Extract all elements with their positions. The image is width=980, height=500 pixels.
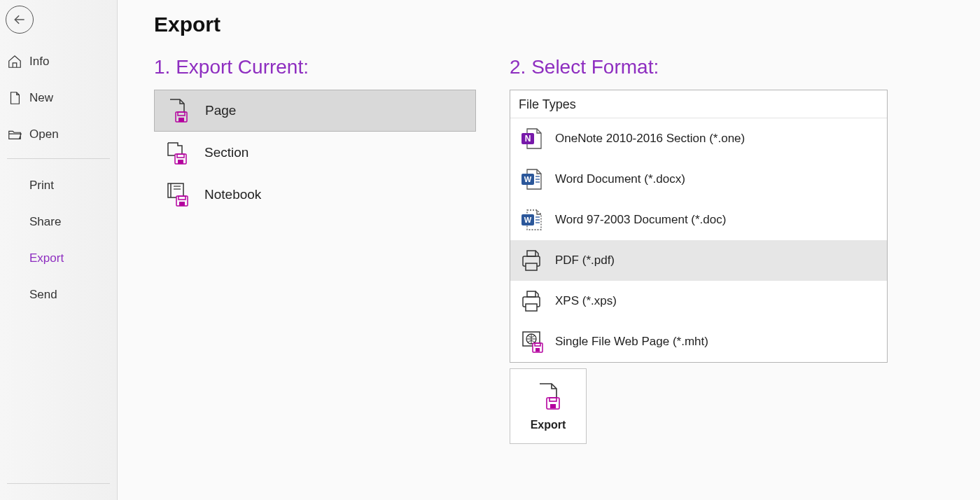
format-option-label: XPS (*.xps) [555,294,617,308]
word-icon: W [517,165,545,193]
sidebar-item-new[interactable]: New [0,80,117,116]
sidebar-item-print[interactable]: Print [0,167,117,204]
printer-icon [517,287,545,315]
svg-text:W: W [524,216,532,224]
svg-rect-2 [178,112,185,116]
export-scope-label: Notebook [204,187,261,202]
svg-rect-29 [526,304,537,311]
export-scope-list: Page Section [154,90,476,216]
sidebar-item-label: Export [29,251,64,265]
back-button[interactable] [6,6,34,34]
export-scope-page[interactable]: Page [154,90,476,132]
page-save-icon [163,97,191,125]
sidebar-item-open[interactable]: Open [0,116,117,153]
export-scope-label: Section [204,145,248,160]
printer-icon [517,246,545,275]
sidebar-divider [7,158,110,159]
format-option-label: PDF (*.pdf) [555,254,615,268]
sidebar-item-label: Print [29,179,54,193]
export-scope-section[interactable]: Section [154,132,476,174]
export-button-label: Export [531,419,566,431]
export-current-heading: 1. Export Current: [154,56,476,78]
svg-rect-34 [536,348,540,352]
format-option-label: Word 97-2003 Document (*.doc) [555,213,726,227]
format-panel: File Types N OneNote 2010-2016 Section (… [510,90,888,363]
export-page: Export 1. Export Current: [118,0,980,500]
sidebar-item-send[interactable]: Send [0,277,117,313]
word-old-icon: W [517,206,545,234]
svg-rect-3 [178,118,184,122]
svg-rect-5 [177,154,184,158]
notebook-save-icon [162,181,190,209]
web-save-icon [517,328,545,356]
sidebar-item-label: New [29,91,53,105]
svg-text:W: W [524,175,532,183]
svg-rect-37 [550,404,556,408]
sidebar-item-label: Info [29,55,49,69]
folder-open-icon [7,127,22,142]
format-option-doc[interactable]: W Word 97-2003 Document (*.doc) [510,200,887,240]
page-icon [7,90,22,106]
backstage-sidebar: Info New Open Print Share [0,0,118,500]
section-save-icon [162,139,190,167]
arrow-left-icon [13,13,27,27]
export-scope-notebook[interactable]: Notebook [154,174,476,216]
select-format-heading: 2. Select Format: [510,56,888,78]
file-types-header: File Types [510,90,887,118]
sidebar-item-info[interactable]: Info [0,43,117,80]
format-option-label: Word Document (*.docx) [555,172,685,186]
format-option-pdf[interactable]: PDF (*.pdf) [510,240,887,281]
sidebar-divider [7,483,110,500]
format-option-docx[interactable]: W Word Document (*.docx) [510,159,887,200]
format-option-onenote[interactable]: N OneNote 2010-2016 Section (*.one) [510,118,887,159]
format-option-label: OneNote 2010-2016 Section (*.one) [555,132,745,146]
onenote-icon: N [517,125,545,153]
svg-rect-13 [179,202,185,206]
svg-rect-27 [526,263,537,270]
page-title: Export [154,13,980,36]
home-icon [7,54,22,69]
sidebar-item-label: Send [29,288,57,302]
format-option-xps[interactable]: XPS (*.xps) [510,281,887,321]
svg-text:N: N [525,134,531,144]
page-save-icon [533,381,564,412]
sidebar-item-label: Open [29,127,59,141]
sidebar-item-label: Share [29,215,61,229]
sidebar-item-share[interactable]: Share [0,204,117,240]
format-option-mht[interactable]: Single File Web Page (*.mht) [510,321,887,362]
svg-rect-6 [178,160,183,164]
format-option-label: Single File Web Page (*.mht) [555,335,708,349]
export-scope-label: Page [205,103,236,118]
sidebar-item-export[interactable]: Export [0,240,117,277]
export-button[interactable]: Export [510,368,587,444]
